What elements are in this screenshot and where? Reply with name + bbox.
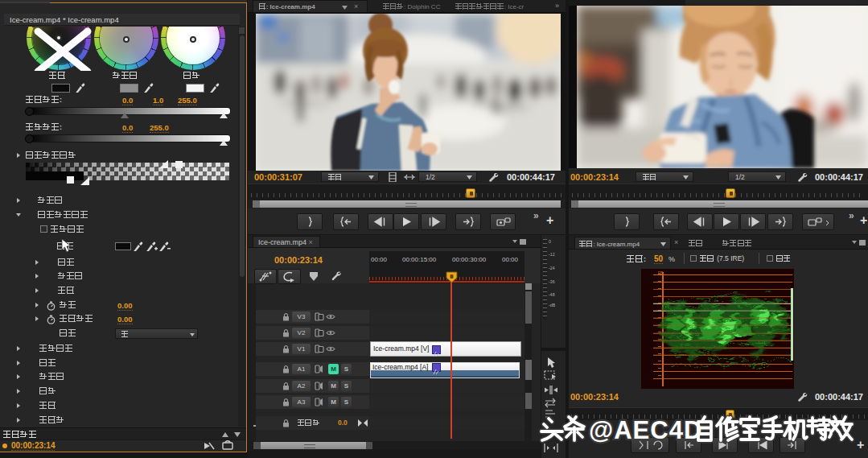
svg-text:@AEC4D: @AEC4D xyxy=(589,416,702,444)
